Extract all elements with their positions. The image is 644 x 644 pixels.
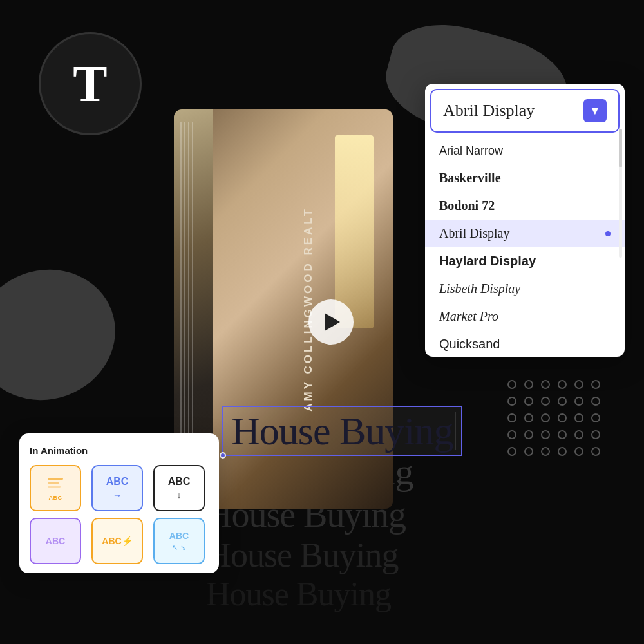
anim-icon-arrows-6: ↖ ↘ — [172, 544, 185, 552]
font-name-abril: Abril Display — [439, 226, 509, 241]
dot — [541, 430, 550, 439]
font-item-lisbeth[interactable]: Lisbeth Display — [425, 275, 625, 303]
dot — [524, 413, 533, 422]
active-indicator — [605, 231, 611, 236]
dot — [524, 447, 533, 456]
dot — [558, 430, 567, 439]
ghost-text-4: House Buying — [206, 575, 413, 614]
dot — [524, 380, 533, 389]
dropdown-chevron-button[interactable]: ▼ — [583, 99, 607, 122]
dot — [574, 380, 583, 389]
dot — [507, 430, 516, 439]
dot — [541, 397, 550, 406]
ghost-text-3: House Buying — [206, 535, 413, 575]
font-name-haylard: Haylard Display — [439, 254, 536, 269]
dot — [591, 413, 600, 422]
font-item-arial-narrow[interactable]: Arial Narrow — [425, 138, 625, 164]
font-name-arial: Arial Narrow — [439, 144, 503, 158]
anim-icon-text-6: ABC — [169, 531, 189, 541]
animation-panel-title: In Animation — [30, 445, 209, 456]
animation-panel: In Animation ABC ABC → ABC ↓ ABC ABC⚡ AB… — [19, 433, 219, 573]
selected-font-label: Abril Display — [443, 101, 535, 120]
anim-icon-text-5: ABC⚡ — [102, 536, 132, 546]
font-name-market: Market Pro — [439, 309, 498, 324]
dot — [507, 413, 516, 422]
window-light — [335, 135, 374, 328]
dot — [574, 447, 583, 456]
font-name-quicksand: Quicksand — [439, 337, 500, 352]
anim-arrow-right: → — [113, 490, 122, 500]
anim-icon-lines — [45, 475, 66, 492]
play-icon — [325, 313, 340, 331]
dot — [574, 397, 583, 406]
dot — [524, 397, 533, 406]
font-name-bodoni: Bodoni 72 — [439, 198, 495, 213]
svg-rect-3 — [48, 486, 61, 488]
bg-blob-left — [0, 250, 134, 419]
chevron-down-icon: ▼ — [589, 105, 601, 117]
dot — [541, 380, 550, 389]
dot — [507, 397, 516, 406]
selection-handle[interactable] — [220, 452, 226, 459]
animation-item-6[interactable]: ABC ↖ ↘ — [153, 518, 205, 564]
dot-grid — [507, 380, 605, 461]
house-buying-text: House Buying — [231, 409, 453, 453]
dot — [558, 397, 567, 406]
anim-icon-text-3: ABC — [168, 476, 191, 488]
dot — [591, 380, 600, 389]
dot — [507, 380, 516, 389]
font-item-abril-display[interactable]: Abril Display — [425, 220, 625, 247]
dot — [558, 380, 567, 389]
anim-icon-text-4: ABC — [46, 536, 65, 546]
font-name-lisbeth: Lisbeth Display — [439, 281, 520, 296]
dot — [591, 397, 600, 406]
font-dropdown-header[interactable]: Abril Display ▼ — [430, 89, 620, 133]
dot — [558, 413, 567, 422]
scrollbar-track[interactable] — [619, 129, 622, 258]
type-tool-icon[interactable]: T — [39, 32, 142, 135]
font-item-baskerville[interactable]: Baskerville — [425, 164, 625, 192]
animation-item-5[interactable]: ABC⚡ — [91, 518, 143, 564]
scrollbar-thumb[interactable] — [619, 129, 622, 167]
dot — [574, 413, 583, 422]
play-button[interactable] — [308, 299, 354, 345]
dot — [524, 430, 533, 439]
font-list: Arial Narrow Baskerville Bodoni 72 Abril… — [425, 138, 625, 357]
animation-item-1[interactable]: ABC — [30, 465, 81, 511]
font-item-quicksand[interactable]: Quicksand — [425, 330, 625, 357]
text-element-border: House Buying — [222, 406, 462, 456]
font-item-market[interactable]: Market Pro — [425, 303, 625, 330]
dot — [507, 447, 516, 456]
dot — [574, 430, 583, 439]
animation-item-4[interactable]: ABC — [30, 518, 81, 564]
animation-item-3[interactable]: ABC ↓ — [153, 465, 205, 511]
anim-arrow-down: ↓ — [177, 490, 182, 500]
svg-rect-2 — [48, 482, 59, 484]
anim-icon-text-2: ABC — [106, 476, 129, 488]
animation-item-2[interactable]: ABC → — [91, 465, 143, 511]
font-name-baskerville: Baskerville — [439, 171, 501, 185]
animation-grid: ABC ABC → ABC ↓ ABC ABC⚡ ABC ↖ ↘ — [30, 465, 209, 564]
font-item-bodoni[interactable]: Bodoni 72 — [425, 192, 625, 220]
svg-rect-1 — [48, 478, 63, 480]
dot — [591, 447, 600, 456]
type-letter-t: T — [73, 58, 107, 109]
font-dropdown[interactable]: Abril Display ▼ Arial Narrow Baskerville… — [425, 84, 625, 357]
dot — [591, 430, 600, 439]
anim-label-1: ABC — [49, 495, 62, 501]
dot — [558, 447, 567, 456]
text-cursor — [455, 412, 456, 450]
font-item-haylard[interactable]: Haylard Display — [425, 247, 625, 275]
dot — [541, 447, 550, 456]
text-element-container[interactable]: House Buying — [222, 406, 462, 456]
dot — [541, 413, 550, 422]
